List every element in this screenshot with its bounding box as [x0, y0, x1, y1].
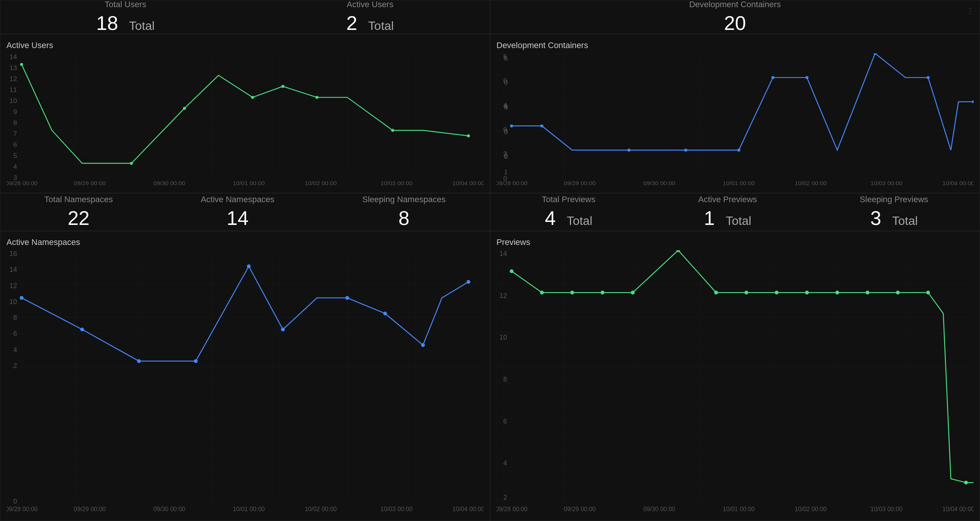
dev-containers-chart: 5 5 0 4 4 0 2 2 0 5 0 4 0 3 0 2 0 1 [496, 53, 974, 189]
active-ns-card: Active Namespaces 14 [201, 195, 274, 229]
active-ns-chart-title: Active Namespaces [6, 237, 484, 247]
dev-containers-chart-panel: Development Containers 5 5 0 4 4 0 2 2 0… [490, 34, 980, 193]
svg-text:09/28 00:00: 09/28 00:00 [6, 180, 38, 187]
preview-stats: Total Previews 4 Total Active Previews 1… [490, 193, 980, 231]
svg-text:12: 12 [10, 75, 17, 83]
active-users-chart-panel: Active Users 14 13 12 11 10 9 8 7 6 [0, 34, 490, 193]
active-users-chart-title: Active Users [6, 41, 484, 50]
svg-point-52 [772, 76, 775, 79]
svg-point-113 [964, 480, 968, 484]
svg-text:8: 8 [503, 376, 507, 383]
svg-text:09/29 00:00: 09/29 00:00 [564, 505, 596, 512]
total-previews-number: 4 [545, 207, 556, 229]
svg-point-101 [570, 291, 574, 295]
svg-text:10/03 00:00: 10/03 00:00 [380, 505, 413, 512]
svg-text:2: 2 [13, 362, 17, 370]
total-previews-value: 4 Total [542, 207, 596, 229]
active-users-suffix: Total [368, 19, 394, 33]
top-stats-right: Development Containers 20 [490, 0, 980, 34]
svg-point-83 [466, 280, 470, 284]
svg-text:2: 2 [503, 494, 507, 501]
svg-point-15 [183, 107, 186, 110]
sleeping-ns-number: 8 [398, 207, 409, 229]
total-users-suffix: Total [129, 19, 155, 33]
total-users-card: Total Users 18 Total [96, 0, 154, 35]
svg-text:10/01 00:00: 10/01 00:00 [233, 505, 265, 512]
svg-point-13 [20, 63, 23, 66]
svg-text:16: 16 [10, 250, 17, 257]
total-previews-suffix: Total [567, 214, 593, 227]
active-users-value: 2 Total [347, 12, 394, 35]
active-users-label: Active Users [347, 0, 394, 10]
svg-point-107 [775, 291, 778, 295]
svg-point-48 [540, 125, 543, 128]
active-previews-card: Active Previews 1 Total [698, 195, 757, 229]
svg-text:8: 8 [13, 119, 17, 127]
svg-text:4: 4 [13, 163, 17, 170]
svg-point-110 [865, 291, 869, 295]
total-previews-label: Total Previews [542, 195, 596, 205]
svg-text:13: 13 [10, 64, 17, 71]
svg-text:12: 12 [10, 282, 17, 290]
svg-rect-91 [496, 250, 974, 504]
svg-text:6: 6 [13, 141, 17, 148]
svg-text:10/02 00:00: 10/02 00:00 [305, 505, 337, 512]
svg-point-53 [805, 76, 808, 79]
svg-text:12: 12 [500, 292, 507, 300]
svg-text:10/02 00:00: 10/02 00:00 [795, 505, 827, 512]
svg-text:0: 0 [504, 103, 508, 111]
active-previews-suffix: Total [726, 214, 752, 227]
svg-point-111 [896, 291, 900, 295]
svg-point-16 [251, 96, 254, 99]
svg-point-80 [345, 296, 349, 300]
svg-text:10/04 00:00: 10/04 00:00 [942, 505, 974, 512]
active-ns-chart-panel: ⋮ Active Namespaces 16 14 12 10 8 6 4 2 … [0, 231, 490, 521]
sleeping-previews-value: 3 Total [859, 207, 928, 229]
chart-menu-button[interactable]: ⋮ [966, 6, 974, 15]
svg-text:09/28 00:00: 09/28 00:00 [496, 180, 528, 187]
svg-text:6: 6 [503, 418, 507, 425]
sleeping-previews-suffix: Total [892, 214, 918, 227]
svg-text:1: 1 [504, 168, 508, 176]
svg-text:09/30 00:00: 09/30 00:00 [643, 180, 676, 187]
previews-chart: 14 12 10 8 6 4 2 [496, 250, 974, 517]
svg-text:10/02 00:00: 10/02 00:00 [795, 180, 827, 187]
active-ns-svg: 16 14 12 10 8 6 4 2 0 [6, 250, 484, 517]
svg-point-105 [714, 291, 718, 295]
sleeping-previews-number: 3 [870, 207, 881, 229]
svg-text:0: 0 [13, 497, 17, 505]
active-users-svg: 14 13 12 11 10 9 8 7 6 5 4 3 [6, 53, 484, 189]
svg-rect-28 [496, 53, 974, 174]
svg-text:11: 11 [10, 86, 17, 94]
svg-text:09/30 00:00: 09/30 00:00 [153, 505, 186, 512]
active-users-number: 2 [347, 12, 358, 34]
svg-text:10/04 00:00: 10/04 00:00 [942, 180, 974, 187]
svg-point-82 [421, 343, 425, 347]
svg-point-77 [194, 359, 198, 363]
svg-text:14: 14 [10, 53, 17, 60]
active-previews-label: Active Previews [698, 195, 757, 205]
total-ns-label: Total Namespaces [44, 195, 113, 205]
svg-point-47 [510, 125, 513, 128]
dev-containers-chart-title: Development Containers [496, 41, 974, 50]
svg-text:10/01 00:00: 10/01 00:00 [723, 180, 755, 187]
svg-text:10/04 00:00: 10/04 00:00 [452, 505, 484, 512]
dev-containers-number: 20 [724, 12, 746, 34]
svg-text:4: 4 [503, 459, 507, 467]
svg-point-14 [130, 162, 133, 165]
svg-point-78 [247, 264, 251, 268]
svg-point-19 [391, 129, 394, 132]
svg-point-106 [745, 291, 748, 295]
svg-point-76 [137, 359, 141, 363]
svg-point-50 [684, 149, 687, 152]
svg-text:14: 14 [500, 250, 507, 257]
svg-text:09/29 00:00: 09/29 00:00 [74, 505, 106, 512]
svg-point-99 [510, 269, 514, 273]
total-previews-card: Total Previews 4 Total [542, 195, 596, 229]
svg-text:10/02 00:00: 10/02 00:00 [305, 180, 337, 187]
svg-rect-0 [6, 53, 484, 174]
dashboard: Total Users 18 Total Active Users 2 Tota… [0, 0, 980, 521]
svg-text:09/29 00:00: 09/29 00:00 [564, 180, 596, 187]
total-users-number: 18 [96, 12, 118, 34]
svg-point-20 [467, 134, 470, 137]
